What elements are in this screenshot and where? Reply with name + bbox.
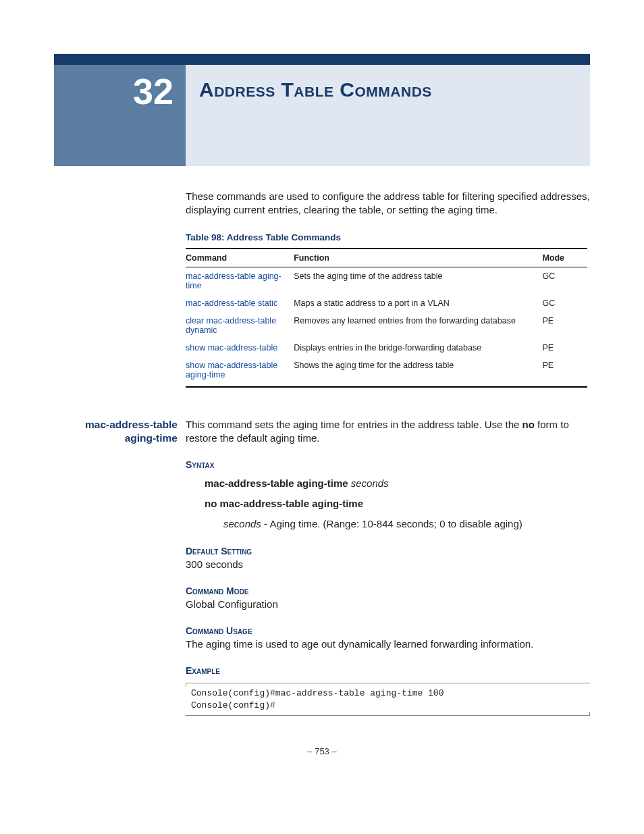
command-link[interactable]: mac-address-table static	[186, 294, 294, 312]
header-bar	[54, 54, 590, 65]
command-mode: GC	[542, 294, 587, 312]
commands-table: Command Function Mode mac-address-table …	[186, 248, 587, 388]
usage-heading: Command Usage	[186, 625, 590, 637]
command-link[interactable]: show mac-address-table aging-time	[186, 357, 294, 387]
command-mode: GC	[542, 267, 587, 294]
syntax-arg: seconds	[351, 477, 389, 489]
chapter-number-block: 32	[54, 65, 186, 166]
param-name: seconds	[223, 518, 261, 529]
command-mode: PE	[542, 357, 587, 387]
chapter-title: Address Table Commands	[199, 78, 590, 101]
syntax-no-form: no mac-address-table aging-time	[205, 497, 590, 511]
param-desc: - Aging time. (Range: 10-844 seconds; 0 …	[261, 518, 522, 529]
command-link[interactable]: mac-address-table aging-time	[186, 267, 294, 294]
command-function: Sets the aging time of the address table	[294, 267, 542, 294]
example-heading: Example	[186, 664, 590, 677]
table-caption: Table 98: Address Table Commands	[186, 232, 590, 242]
syntax-line: mac-address-table aging-time seconds	[205, 477, 590, 490]
mode-value: Global Configuration	[186, 598, 590, 611]
command-link[interactable]: show mac-address-table	[186, 339, 294, 357]
command-name-line1: mac-address-table	[85, 419, 178, 430]
default-heading: Default Setting	[186, 545, 590, 558]
usage-value: The aging time is used to age out dynami…	[186, 637, 590, 651]
th-mode: Mode	[542, 249, 587, 267]
command-function: Maps a static address to a port in a VLA…	[294, 294, 542, 312]
table-row: mac-address-table static Maps a static a…	[186, 294, 587, 312]
mode-heading: Command Mode	[186, 585, 590, 598]
page-number: – 753 –	[54, 746, 590, 756]
command-function: Displays entries in the bridge-forwardin…	[294, 339, 542, 357]
command-mode: PE	[542, 312, 587, 339]
command-name-label: mac-address-table aging-time	[54, 418, 186, 716]
command-function: Shows the aging time for the address tab…	[294, 357, 542, 387]
th-function: Function	[294, 249, 542, 267]
table-row: show mac-address-table aging-time Shows …	[186, 357, 587, 387]
command-function: Removes any learned entries from the for…	[294, 312, 542, 339]
command-mode: PE	[542, 339, 587, 357]
intro-paragraph: These commands are used to configure the…	[186, 190, 590, 217]
table-row: clear mac-address-table dynamic Removes …	[186, 312, 587, 339]
table-row: show mac-address-table Displays entries …	[186, 339, 587, 357]
chapter-number: 32	[133, 70, 173, 112]
command-name-line2: aging-time	[125, 432, 178, 444]
syntax-heading: Syntax	[186, 459, 590, 471]
syntax-command: mac-address-table aging-time	[205, 477, 348, 489]
summary-text: This command sets the aging time for ent…	[186, 419, 522, 430]
example-code: Console(config)#mac-address-table aging-…	[186, 683, 590, 716]
th-command: Command	[186, 249, 294, 267]
chapter-hero: 32 Address Table Commands	[54, 65, 590, 166]
command-detail: mac-address-table aging-time This comman…	[54, 418, 590, 716]
chapter-title-block: Address Table Commands	[186, 65, 590, 166]
command-link[interactable]: clear mac-address-table dynamic	[186, 312, 294, 339]
command-summary: This command sets the aging time for ent…	[186, 418, 590, 446]
default-value: 300 seconds	[186, 558, 590, 571]
table-row: mac-address-table aging-time Sets the ag…	[186, 267, 587, 294]
syntax-param: seconds - Aging time. (Range: 10-844 sec…	[223, 517, 590, 531]
summary-no-keyword: no	[522, 419, 535, 430]
